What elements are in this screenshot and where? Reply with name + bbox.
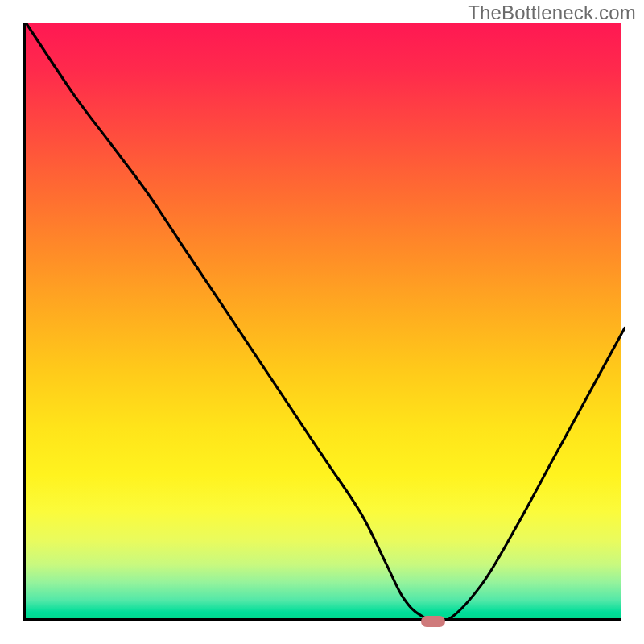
heat-gradient-background <box>26 23 621 618</box>
chart-container: TheBottleneck.com <box>0 0 644 644</box>
watermark-text: TheBottleneck.com <box>468 2 636 24</box>
optimal-point-marker <box>421 616 445 627</box>
plot-area <box>23 23 621 621</box>
